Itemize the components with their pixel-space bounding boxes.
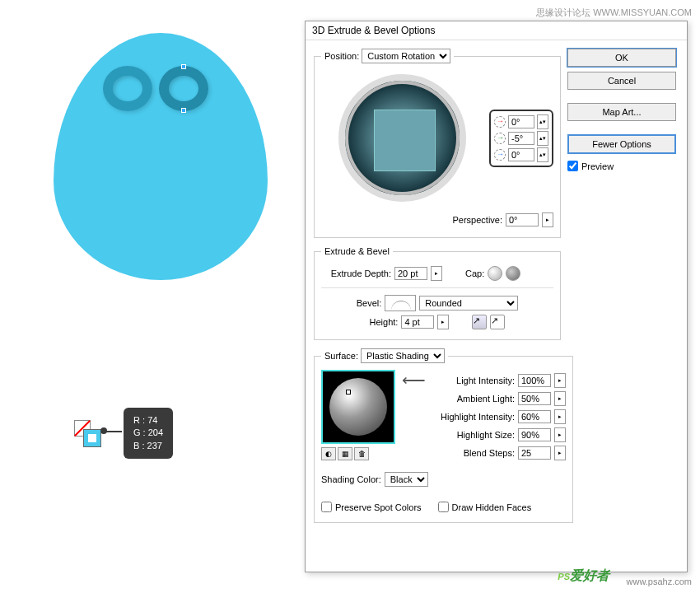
highlight-size-input[interactable] (518, 428, 551, 441)
position-label: Position: (324, 51, 359, 61)
light-intensity-input[interactable] (518, 374, 551, 387)
stroke-swatch[interactable] (84, 430, 100, 446)
hs-spinner[interactable]: ▸ (554, 427, 566, 442)
y-axis-icon (494, 133, 506, 144)
map-art-button[interactable]: Map Art... (567, 103, 676, 121)
highlight-size-label: Highlight Size: (432, 430, 515, 440)
y-rotation-input[interactable] (508, 132, 534, 145)
preserve-spot-checkbox[interactable]: Preserve Spot Colors (321, 502, 422, 512)
torus-left (103, 66, 152, 111)
r-value: 74 (147, 415, 157, 425)
shading-color-label: Shading Color: (321, 474, 381, 484)
ambient-label: Ambient Light: (432, 394, 515, 404)
new-light-button[interactable]: ▦ (338, 447, 352, 460)
watermark-logo: PS爱好者 (558, 563, 609, 585)
watermark-top: 思缘设计论坛 WWW.MISSYUAN.COM (536, 7, 692, 19)
draw-hidden-checkbox[interactable]: Draw Hidden Faces (438, 502, 532, 512)
delete-light-button[interactable]: 🗑 (354, 447, 369, 460)
rgb-tooltip: R : 74 G : 204 B : 237 (124, 408, 173, 459)
color-swatch-area (74, 420, 99, 445)
x-rotation-input[interactable] (508, 115, 534, 128)
x-spinner[interactable]: ▴▾ (537, 114, 548, 129)
z-axis-icon (494, 149, 506, 161)
egg-shape (54, 33, 268, 280)
perspective-label: Perspective: (452, 215, 502, 225)
bevel-extent-in-icon[interactable]: ↗ (472, 315, 487, 329)
light-position-dot[interactable] (346, 390, 351, 395)
bevel-extent-out-icon[interactable]: ↗ (490, 315, 505, 329)
light-sphere-preview[interactable] (321, 370, 395, 444)
fewer-options-button[interactable]: Fewer Options (567, 134, 676, 154)
rotation-trackball[interactable] (338, 74, 466, 202)
highlight-intensity-input[interactable] (518, 410, 551, 423)
light-intensity-label: Light Intensity: (432, 376, 515, 385)
arrow-icon: ⟵ (402, 370, 426, 464)
z-rotation-input[interactable] (508, 148, 534, 161)
height-spinner[interactable]: ▸ (437, 315, 449, 329)
blend-steps-input[interactable] (518, 446, 551, 460)
cap-off-icon[interactable] (506, 266, 520, 281)
bevel-preview-icon (385, 295, 416, 311)
height-input[interactable] (401, 315, 434, 329)
perspective-input[interactable] (506, 213, 539, 226)
depth-spinner[interactable]: ▸ (431, 266, 442, 281)
x-axis-icon (494, 116, 506, 128)
depth-label: Extrude Depth: (321, 268, 391, 278)
z-spinner[interactable]: ▴▾ (537, 147, 548, 162)
watermark-bottom: www.psahz.com (627, 577, 692, 586)
b-label: B : (133, 441, 144, 451)
cap-on-icon[interactable] (488, 266, 502, 281)
extrude-fieldset: Extrude & Bevel Extrude Depth: ▸ Cap: Be… (314, 246, 561, 340)
g-value: 204 (148, 427, 163, 437)
fill-stroke-swatch[interactable] (74, 420, 99, 445)
position-dropdown[interactable]: Custom Rotation (362, 49, 450, 63)
light-back-button[interactable]: ◐ (321, 447, 336, 460)
depth-input[interactable] (394, 267, 427, 280)
cube-front-face (374, 110, 436, 171)
3d-extrude-dialog: 3D Extrude & Bevel Options Position: Cus… (305, 21, 688, 572)
bs-spinner[interactable]: ▸ (554, 446, 566, 460)
hi-spinner[interactable]: ▸ (554, 409, 566, 424)
ambient-input[interactable] (518, 392, 551, 405)
g-label: G : (133, 427, 146, 437)
highlight-intensity-label: Highlight Intensity: (432, 412, 515, 422)
cap-label: Cap: (465, 268, 484, 278)
surface-fieldset: Surface: Plastic Shading ◐ ▦ 🗑 (314, 348, 573, 523)
y-spinner[interactable]: ▴▾ (537, 131, 548, 146)
surface-label: Surface: (324, 351, 358, 361)
position-fieldset: Position: Custom Rotation ▴▾ ▴▾ ▴▾ (314, 49, 561, 238)
r-label: R : (133, 415, 145, 425)
preview-checkbox[interactable]: Preview (567, 161, 676, 171)
ok-button[interactable]: OK (567, 49, 676, 67)
shading-color-dropdown[interactable]: Black (385, 472, 428, 487)
li-spinner[interactable]: ▸ (554, 373, 566, 388)
cancel-button[interactable]: Cancel (567, 72, 676, 90)
am-spinner[interactable]: ▸ (554, 391, 566, 406)
rotation-axes: ▴▾ ▴▾ ▴▾ (489, 110, 553, 167)
b-value: 237 (147, 441, 162, 451)
perspective-spinner[interactable]: ▸ (542, 212, 553, 227)
torus-right-selected[interactable] (159, 66, 208, 111)
dialog-title: 3D Extrude & Bevel Options (306, 21, 687, 40)
blend-steps-label: Blend Steps: (432, 448, 515, 458)
height-label: Height: (370, 317, 399, 327)
bevel-label: Bevel: (357, 298, 382, 308)
extrude-legend: Extrude & Bevel (321, 246, 393, 256)
surface-dropdown[interactable]: Plastic Shading (361, 348, 445, 363)
bevel-dropdown[interactable]: Rounded (419, 296, 518, 311)
